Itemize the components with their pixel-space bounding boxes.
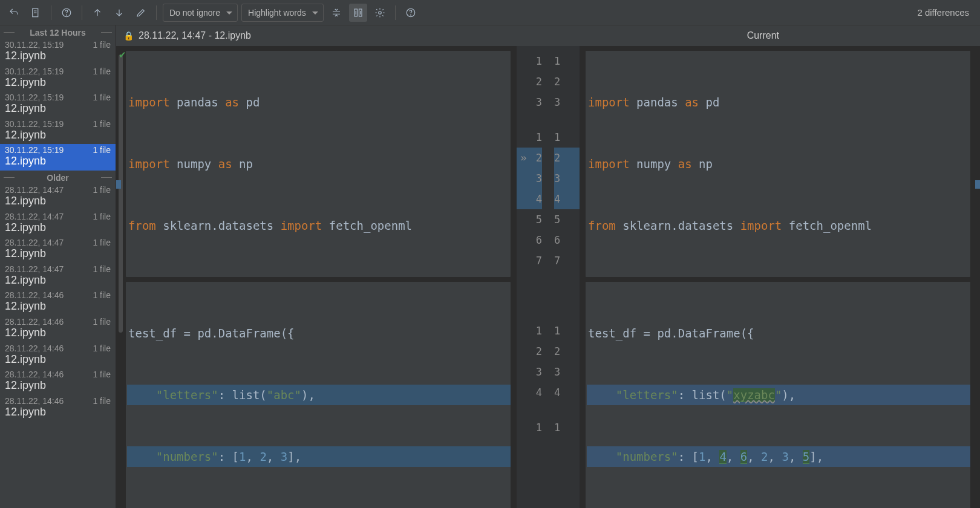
highlight-mode-select[interactable]: Highlight words bbox=[241, 4, 324, 22]
separator bbox=[156, 5, 157, 20]
ignore-mode-select[interactable]: Do not ignore bbox=[163, 4, 238, 22]
history-item[interactable]: 30.11.22, 15:191 file12.ipynb bbox=[0, 118, 116, 145]
history-item[interactable]: 30.11.22, 15:191 file12.ipynb bbox=[0, 91, 116, 118]
history-item[interactable]: 30.11.22, 15:191 file12.ipynb bbox=[0, 39, 116, 65]
history-group-older: Older bbox=[0, 171, 116, 184]
right-revision-title: Current bbox=[747, 30, 779, 41]
history-item[interactable]: 28.11.22, 14:471 file12.ipynb bbox=[0, 184, 116, 210]
history-item[interactable]: 30.11.22, 15:191 file12.ipynb bbox=[0, 144, 116, 171]
scrollbar[interactable] bbox=[119, 54, 123, 333]
help-button-2[interactable] bbox=[402, 4, 420, 22]
history-sidebar[interactable]: Last 12 Hours 30.11.22, 15:191 file12.ip… bbox=[0, 25, 116, 508]
code-cell: import pandas as pd import numpy as np f… bbox=[586, 51, 970, 277]
prev-diff-button[interactable] bbox=[88, 4, 106, 22]
code-cell: import pandas as pd import numpy as np f… bbox=[126, 51, 511, 277]
left-revision-title: 28.11.22, 14:47 - 12.ipynb bbox=[139, 30, 251, 41]
revert-file-button[interactable] bbox=[27, 4, 45, 22]
checkmark-icon: ✔ bbox=[119, 50, 126, 60]
svg-point-5 bbox=[379, 11, 382, 14]
history-item[interactable]: 28.11.22, 14:471 file12.ipynb bbox=[0, 263, 116, 290]
separator bbox=[395, 5, 396, 20]
collapse-unchanged-button[interactable] bbox=[327, 4, 345, 22]
history-item[interactable]: 28.11.22, 14:471 file12.ipynb bbox=[0, 210, 116, 237]
history-item[interactable]: 28.11.22, 14:471 file12.ipynb bbox=[0, 236, 116, 263]
right-pane[interactable]: import pandas as pd import numpy as np f… bbox=[580, 46, 980, 508]
separator bbox=[82, 5, 82, 20]
apply-diff-icon[interactable]: » bbox=[520, 148, 527, 168]
history-item[interactable]: 28.11.22, 14:461 file12.ipynb bbox=[0, 316, 116, 342]
file-header: 🔒 28.11.22, 14:47 - 12.ipynb Current bbox=[116, 25, 980, 46]
help-button[interactable] bbox=[57, 4, 76, 22]
sync-scroll-button[interactable] bbox=[349, 4, 367, 22]
code-cell: test_df = pd.DataFrame({ "letters": list… bbox=[586, 282, 970, 508]
code-cell: test_df = pd.DataFrame({ "letters": list… bbox=[126, 282, 511, 508]
svg-point-7 bbox=[410, 15, 411, 15]
settings-button[interactable] bbox=[371, 4, 389, 22]
right-gutter: 1 2 3 1 2 3 4 5 6 7 1 2 3 4 bbox=[548, 46, 580, 508]
lock-icon: 🔒 bbox=[123, 31, 134, 41]
edit-button[interactable] bbox=[132, 4, 150, 22]
next-diff-button[interactable] bbox=[110, 4, 128, 22]
history-item[interactable]: 28.11.22, 14:461 file12.ipynb bbox=[0, 342, 116, 369]
history-item[interactable]: 28.11.22, 14:461 file12.ipynb bbox=[0, 368, 116, 395]
svg-point-2 bbox=[67, 15, 67, 15]
diff-count-label: 2 differences bbox=[917, 7, 975, 18]
history-item[interactable]: 28.11.22, 14:461 file12.ipynb bbox=[0, 395, 116, 422]
history-group-recent: Last 12 Hours bbox=[0, 25, 116, 39]
left-gutter: 1 2 3 1 »2 3 4 5 6 7 1 2 3 4 bbox=[517, 46, 548, 508]
left-pane[interactable]: ✔ import pandas as pd import numpy as np… bbox=[116, 46, 517, 508]
toolbar: Do not ignore Highlight words 2 differen… bbox=[0, 0, 980, 25]
diff-stripe-icon bbox=[975, 180, 980, 189]
history-item[interactable]: 28.11.22, 14:461 file12.ipynb bbox=[0, 289, 116, 316]
diff-stripe-icon bbox=[116, 180, 121, 189]
undo-button[interactable] bbox=[5, 4, 23, 22]
history-item[interactable]: 30.11.22, 15:191 file12.ipynb bbox=[0, 65, 116, 92]
separator bbox=[51, 5, 51, 20]
